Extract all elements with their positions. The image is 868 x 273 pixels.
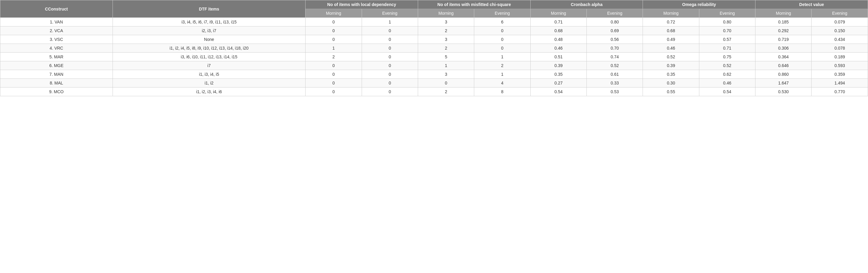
local-morning-cell: 1	[306, 44, 362, 53]
local-evening-cell: 0	[362, 44, 418, 53]
detect-evening-cell: 0.593	[812, 61, 868, 70]
misfit-evening-cell: 1	[474, 70, 530, 79]
misfit-morning-cell: 5	[418, 53, 474, 61]
detect-evening-cell: 0.770	[812, 87, 868, 96]
misfit-evening-cell: 0	[474, 26, 530, 35]
misfit-morning-cell: 0	[418, 79, 474, 87]
omega-evening-cell: 0.57	[699, 35, 755, 44]
local-morning-cell: 2	[306, 53, 362, 61]
cronbach-evening-cell: 0.69	[587, 26, 643, 35]
omega-morning-cell: 0.35	[643, 70, 699, 79]
misfit-evening-cell: 8	[474, 87, 530, 96]
header-local-morning: Morning	[306, 9, 362, 18]
header-omega-morning: Morning	[643, 9, 699, 18]
local-evening-cell: 0	[362, 79, 418, 87]
omega-evening-cell: 0.54	[699, 87, 755, 96]
cronbach-morning-cell: 0.39	[530, 61, 586, 70]
misfit-morning-cell: 3	[418, 35, 474, 44]
cronbach-evening-cell: 0.74	[587, 53, 643, 61]
dtf-cell: i3, i6, i10, i11, i12, i13, i14, i15	[113, 53, 305, 61]
detect-morning-cell: 0.292	[755, 26, 812, 35]
cronbach-morning-cell: 0.51	[530, 53, 586, 61]
construct-cell: 3. VSC	[0, 35, 113, 44]
detect-morning-cell: 0.306	[755, 44, 812, 53]
header-cronbach-morning: Morning	[530, 9, 586, 18]
construct-cell: 1. VAN	[0, 18, 113, 26]
cronbach-evening-cell: 0.56	[587, 35, 643, 44]
cronbach-evening-cell: 0.61	[587, 70, 643, 79]
local-morning-cell: 0	[306, 79, 362, 87]
header-cronbach: Cronbach alpha	[530, 0, 643, 9]
header-local-dep: No of items with local dependency	[306, 0, 418, 9]
cronbach-morning-cell: 0.35	[530, 70, 586, 79]
header-cronbach-evening: Evening	[587, 9, 643, 18]
misfit-evening-cell: 6	[474, 18, 530, 26]
header-misfit: No of items with misfitted chi-square	[418, 0, 530, 9]
omega-evening-cell: 0.70	[699, 26, 755, 35]
cronbach-evening-cell: 0.52	[587, 61, 643, 70]
omega-evening-cell: 0.52	[699, 61, 755, 70]
detect-morning-cell: 0.185	[755, 18, 812, 26]
cronbach-morning-cell: 0.71	[530, 18, 586, 26]
construct-cell: 7. MAN	[0, 70, 113, 79]
local-morning-cell: 0	[306, 26, 362, 35]
detect-morning-cell: 0.364	[755, 53, 812, 61]
local-morning-cell: 0	[306, 70, 362, 79]
header-misfit-morning: Morning	[418, 9, 474, 18]
detect-morning-cell: 0.646	[755, 61, 812, 70]
table-row: 4. VRCi1, i2, i4, i5, i8, i9, i10, i12, …	[0, 44, 868, 53]
misfit-evening-cell: 1	[474, 53, 530, 61]
main-table: CConstruct DTF items No of items with lo…	[0, 0, 868, 96]
dtf-cell: i1, i3, i4, i5	[113, 70, 305, 79]
detect-evening-cell: 0.189	[812, 53, 868, 61]
header-dtf: DTF items	[113, 0, 305, 18]
construct-cell: 9. MCO	[0, 87, 113, 96]
detect-morning-cell: 0.860	[755, 70, 812, 79]
cronbach-evening-cell: 0.80	[587, 18, 643, 26]
table-row: 1. VANi3, i4, i5, i6, i7, i9, i11, i13, …	[0, 18, 868, 26]
cronbach-morning-cell: 0.27	[530, 79, 586, 87]
local-evening-cell: 0	[362, 53, 418, 61]
header-detect-morning: Morning	[755, 9, 812, 18]
cronbach-morning-cell: 0.48	[530, 35, 586, 44]
local-evening-cell: 0	[362, 87, 418, 96]
omega-morning-cell: 0.39	[643, 61, 699, 70]
table-row: 9. MCOi1, i2, i3, i4, i600280.540.530.55…	[0, 87, 868, 96]
local-morning-cell: 0	[306, 18, 362, 26]
omega-morning-cell: 0.52	[643, 53, 699, 61]
omega-morning-cell: 0.49	[643, 35, 699, 44]
detect-evening-cell: 0.078	[812, 44, 868, 53]
local-evening-cell: 1	[362, 18, 418, 26]
table-row: 3. VSCNone00300.480.560.490.570.7190.434	[0, 35, 868, 44]
dtf-cell: i1, i2, i3, i4, i6	[113, 87, 305, 96]
construct-cell: 2. VCA	[0, 26, 113, 35]
omega-morning-cell: 0.46	[643, 44, 699, 53]
omega-morning-cell: 0.30	[643, 79, 699, 87]
local-morning-cell: 0	[306, 87, 362, 96]
detect-morning-cell: 0.530	[755, 87, 812, 96]
misfit-morning-cell: 3	[418, 18, 474, 26]
omega-morning-cell: 0.68	[643, 26, 699, 35]
detect-evening-cell: 1.494	[812, 79, 868, 87]
local-evening-cell: 0	[362, 35, 418, 44]
misfit-morning-cell: 2	[418, 87, 474, 96]
misfit-evening-cell: 2	[474, 61, 530, 70]
header-detect-evening: Evening	[812, 9, 868, 18]
misfit-morning-cell: 1	[418, 61, 474, 70]
omega-evening-cell: 0.62	[699, 70, 755, 79]
local-evening-cell: 0	[362, 70, 418, 79]
local-morning-cell: 0	[306, 35, 362, 44]
misfit-morning-cell: 3	[418, 70, 474, 79]
cronbach-morning-cell: 0.54	[530, 87, 586, 96]
detect-evening-cell: 0.434	[812, 35, 868, 44]
detect-morning-cell: 0.719	[755, 35, 812, 44]
misfit-evening-cell: 0	[474, 35, 530, 44]
header-local-evening: Evening	[362, 9, 418, 18]
omega-morning-cell: 0.55	[643, 87, 699, 96]
table-row: 7. MANi1, i3, i4, i500310.350.610.350.62…	[0, 70, 868, 79]
cronbach-morning-cell: 0.68	[530, 26, 586, 35]
table-row: 6. MGEi700120.390.520.390.520.6460.593	[0, 61, 868, 70]
misfit-morning-cell: 2	[418, 26, 474, 35]
omega-evening-cell: 0.46	[699, 79, 755, 87]
cronbach-evening-cell: 0.33	[587, 79, 643, 87]
